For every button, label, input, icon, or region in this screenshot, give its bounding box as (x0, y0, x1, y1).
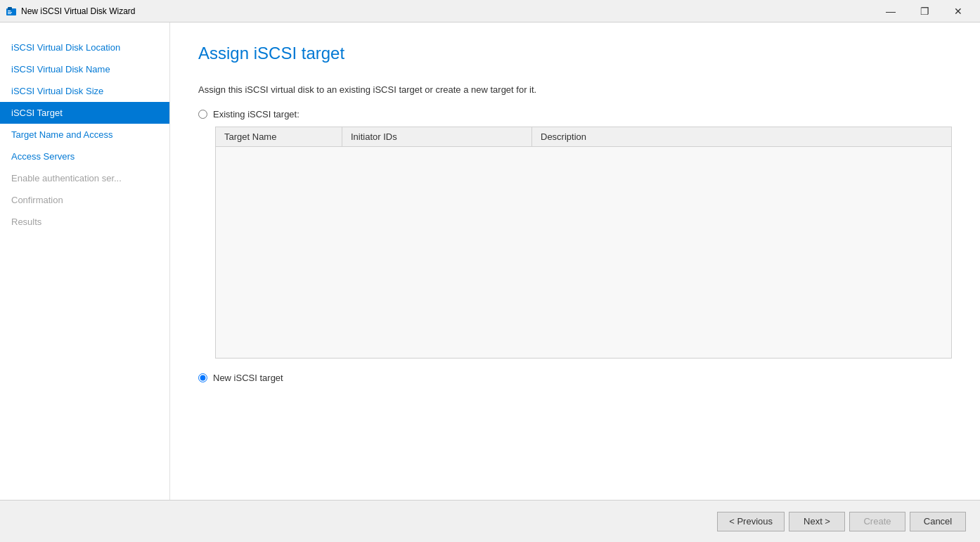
sidebar-item-iscsi-virtual-disk-location[interactable]: iSCSI Virtual Disk Location (0, 37, 169, 58)
new-target-radio[interactable] (198, 373, 207, 382)
existing-target-label[interactable]: Existing iSCSI target: (213, 109, 299, 120)
previous-button[interactable]: < Previous (717, 512, 785, 531)
cancel-button[interactable]: Cancel (910, 512, 966, 531)
sidebar-item-iscsi-virtual-disk-size[interactable]: iSCSI Virtual Disk Size (0, 80, 169, 102)
page-title: Assign iSCSI target (198, 44, 952, 63)
create-button[interactable]: Create (849, 512, 905, 531)
svg-rect-2 (8, 11, 11, 11)
window-title: New iSCSI Virtual Disk Wizard (21, 6, 875, 16)
sidebar-item-access-servers[interactable]: Access Servers (0, 146, 169, 167)
sidebar-item-enable-authentication: Enable authentication ser... (0, 167, 169, 189)
existing-targets-table: Target Name Initiator IDs Description (215, 127, 952, 359)
close-button[interactable]: ✕ (942, 1, 974, 22)
title-bar: New iSCSI Virtual Disk Wizard — ❐ ✕ (0, 0, 980, 22)
description-header: Description (532, 127, 951, 146)
sidebar-item-iscsi-target[interactable]: iSCSI Target (0, 102, 169, 124)
new-target-label[interactable]: New iSCSI target (213, 373, 283, 383)
sidebar-item-iscsi-virtual-disk-name[interactable]: iSCSI Virtual Disk Name (0, 58, 169, 80)
sidebar-item-target-name-and-access[interactable]: Target Name and Access (0, 124, 169, 146)
minimize-button[interactable]: — (875, 1, 907, 22)
initiator-ids-header: Initiator IDs (342, 127, 532, 146)
svg-rect-4 (8, 13, 11, 14)
sidebar: iSCSI Virtual Disk LocationiSCSI Virtual… (0, 22, 170, 500)
next-button[interactable]: Next > (789, 512, 845, 531)
svg-rect-1 (8, 7, 12, 10)
bottom-bar: < Previous Next > Create Cancel (0, 500, 980, 542)
main-window: iSCSI Virtual Disk LocationiSCSI Virtual… (0, 22, 980, 542)
table-body[interactable] (216, 147, 951, 358)
app-icon (6, 6, 17, 17)
svg-rect-3 (8, 12, 12, 13)
sidebar-item-results: Results (0, 211, 169, 233)
description-text: Assign this iSCSI virtual disk to an exi… (198, 84, 952, 95)
sidebar-item-confirmation: Confirmation (0, 189, 169, 211)
table-header: Target Name Initiator IDs Description (216, 127, 951, 147)
existing-target-option[interactable]: Existing iSCSI target: (198, 109, 952, 120)
restore-button[interactable]: ❐ (908, 1, 941, 22)
target-name-header: Target Name (216, 127, 342, 146)
main-content: Assign iSCSI target Assign this iSCSI vi… (170, 22, 980, 500)
existing-target-radio[interactable] (198, 110, 207, 119)
new-target-option[interactable]: New iSCSI target (198, 373, 952, 383)
content-area: iSCSI Virtual Disk LocationiSCSI Virtual… (0, 22, 980, 500)
window-controls: — ❐ ✕ (875, 1, 974, 22)
